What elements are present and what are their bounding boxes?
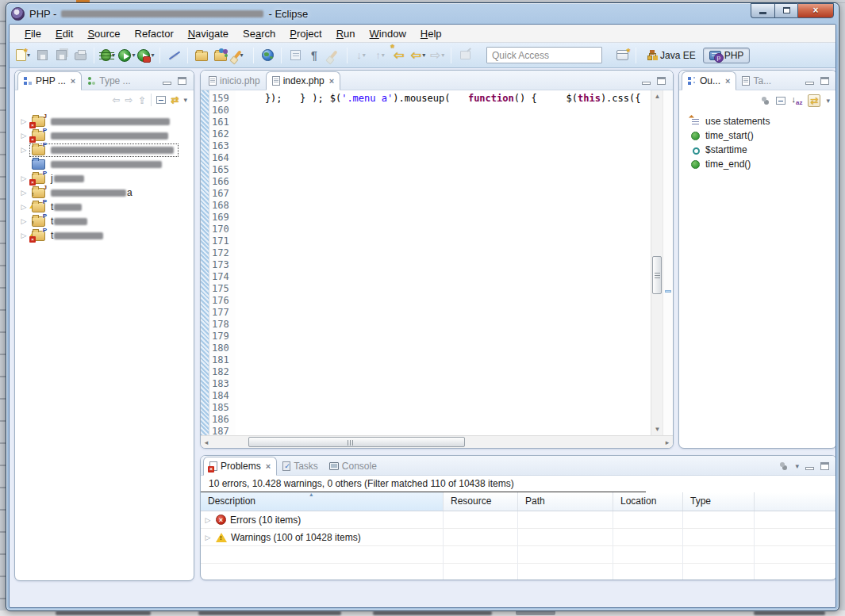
line-number-gutter[interactable]: 1591601611621631641651661671681691701711… (209, 90, 236, 435)
new-wizard-button[interactable]: ▾ (14, 46, 32, 65)
problems-row[interactable]: ▷Warnings (100 of 10428 items) (201, 529, 836, 546)
expander-icon[interactable]: ▷ (20, 132, 28, 140)
expander-icon[interactable]: ▷ (20, 174, 28, 182)
back-button[interactable]: ⇦▾ (409, 46, 427, 65)
format-button[interactable]: ▾ (231, 46, 248, 65)
perspective-php[interactable]: PHP (703, 48, 751, 63)
column-header-type[interactable]: Type (683, 492, 755, 511)
link-with-editor-button[interactable]: ⇄ (808, 94, 820, 107)
tab-type-[interactable]: Type ... (82, 72, 136, 90)
tab-console[interactable]: Console (324, 457, 382, 475)
tree-item[interactable]: ▷P×t (18, 228, 192, 243)
forward-nav-button[interactable]: ⇨ (125, 94, 133, 105)
annotation-ruler[interactable] (201, 90, 209, 435)
outline-item[interactable]: $starttime (690, 143, 836, 157)
column-header-description[interactable]: Description▴ (201, 492, 444, 511)
save-button[interactable] (33, 46, 51, 65)
horizontal-scrollbar[interactable]: ◂ ▸ (201, 435, 673, 448)
menu-window[interactable]: Window (363, 25, 413, 42)
run-external-button[interactable]: ▾ (137, 46, 155, 65)
menu-help[interactable]: Help (413, 25, 449, 42)
tab-ta-[interactable]: Ta... (736, 72, 777, 90)
format-active-button[interactable] (325, 46, 342, 65)
tab-php-[interactable]: PHP ...× (17, 71, 82, 90)
menu-source[interactable]: Source (80, 25, 127, 42)
problems-row[interactable]: ▷×Errors (10 items) (201, 511, 836, 529)
tree-item[interactable]: ▷P (18, 143, 192, 157)
up-nav-button[interactable]: ⇪ (138, 94, 147, 106)
maximize-view-button[interactable] (657, 77, 666, 85)
minimize-view-button[interactable] (805, 82, 814, 85)
show-whitespace-button[interactable]: ¶ (305, 46, 323, 65)
menu-refactor[interactable]: Refactor (128, 25, 181, 42)
quick-access-input[interactable] (486, 47, 602, 63)
view-menu-button[interactable]: ▾ (826, 97, 830, 105)
title-bar[interactable]: PHP - - Eclipse × (6, 3, 839, 24)
minimize-button[interactable] (751, 3, 774, 18)
maximize-view-button[interactable] (178, 77, 186, 85)
expander-icon[interactable]: ▷ (20, 117, 28, 125)
sort-button[interactable]: ↓az (791, 94, 802, 106)
outline-item[interactable]: use statements (690, 114, 836, 128)
menu-search[interactable]: Search (236, 25, 282, 42)
link-with-editor-button[interactable]: ⇄ (171, 94, 179, 105)
back-nav-button[interactable]: ⇦ (112, 94, 120, 105)
open-php-file-button[interactable] (193, 46, 210, 65)
menu-project[interactable]: Project (282, 25, 328, 42)
tab-tasks[interactable]: Tasks (277, 457, 324, 475)
group-icon[interactable] (779, 462, 789, 470)
expander-icon[interactable]: ▷ (20, 231, 28, 239)
print-button[interactable] (71, 46, 89, 65)
minimize-view-button[interactable] (163, 82, 171, 85)
open-web-browser-button[interactable] (259, 46, 276, 65)
column-header-location[interactable]: Location (613, 492, 683, 511)
menu-run[interactable]: Run (329, 25, 363, 42)
mark-occurrences-button[interactable] (165, 46, 182, 65)
tab-index-php[interactable]: index.php× (266, 71, 340, 90)
import-button[interactable] (212, 46, 229, 65)
focus-icon[interactable] (761, 97, 770, 105)
column-header-path[interactable]: Path (518, 492, 613, 511)
tab-inicio-php[interactable]: inicio.php (203, 72, 266, 90)
collapse-all-button[interactable] (776, 97, 785, 105)
code-editor-area[interactable]: }); });$('.menu a').mouseup( function() … (236, 90, 651, 435)
next-annotation-button[interactable]: ↓▾ (352, 46, 370, 65)
expander-icon[interactable]: ▷ (204, 516, 212, 524)
scroll-left-icon[interactable]: ◂ (201, 436, 212, 449)
column-header-extra[interactable] (755, 492, 836, 511)
close-icon[interactable]: × (69, 76, 75, 86)
toggle-block-selection-button[interactable] (286, 46, 304, 65)
close-icon[interactable]: × (724, 76, 730, 86)
outline-item[interactable]: time_start() (690, 128, 836, 143)
pin-editor-button[interactable] (456, 46, 474, 65)
scroll-right-icon[interactable]: ▸ (662, 436, 673, 449)
previous-annotation-button[interactable]: ↑▾ (371, 46, 389, 65)
forward-button[interactable]: ⇨▾ (428, 46, 446, 65)
expander-icon[interactable]: ▷ (20, 203, 28, 211)
scroll-up-icon[interactable]: ▲ (651, 90, 663, 102)
vertical-scrollbar[interactable]: ▲ ▼ (651, 90, 663, 435)
minimize-view-button[interactable] (805, 467, 814, 470)
column-header-resource[interactable]: Resource (444, 492, 518, 511)
expander-icon[interactable]: ▷ (20, 189, 28, 197)
close-icon[interactable]: × (328, 76, 334, 86)
close-button[interactable]: × (797, 3, 834, 18)
view-menu-button[interactable]: ▾ (795, 462, 799, 470)
expander-icon[interactable]: ▷ (204, 534, 212, 541)
perspective-java-ee[interactable]: Java EE (641, 48, 701, 63)
menu-navigate[interactable]: Navigate (181, 25, 236, 42)
last-edit-location-button[interactable]: *⇦ (390, 46, 408, 65)
scroll-down-icon[interactable]: ▼ (651, 423, 663, 435)
maximize-button[interactable] (774, 3, 797, 18)
expander-icon[interactable]: ▷ (20, 146, 28, 154)
vertical-scroll-thumb[interactable] (652, 256, 662, 294)
run-button[interactable]: ▾ (118, 46, 136, 65)
menu-file[interactable]: File (17, 25, 48, 42)
open-perspective-button[interactable] (613, 46, 631, 65)
tab-problems[interactable]: Problems× (203, 457, 277, 476)
debug-button[interactable]: ▾ (99, 46, 117, 65)
tab-ou-[interactable]: Ou...× (682, 71, 736, 90)
minimize-view-button[interactable] (642, 82, 651, 85)
save-all-button[interactable] (52, 46, 70, 65)
maximize-view-button[interactable] (820, 77, 829, 85)
